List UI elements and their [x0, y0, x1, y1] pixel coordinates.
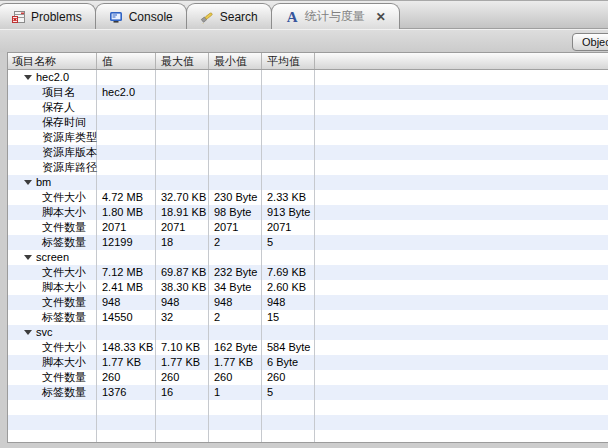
item-name-cell: 文件大小 [8, 190, 97, 205]
tab-label: Console [129, 10, 173, 24]
value-cell [209, 100, 262, 115]
empty-row [8, 415, 608, 430]
metric-row[interactable]: 文件大小7.12 MB69.87 KB232 Byte7.69 KB [8, 265, 608, 280]
filler-cell [315, 130, 608, 145]
value-cell: 1.77 KB [97, 355, 156, 370]
value-cell: 7.10 KB [156, 340, 209, 355]
group-row-screen[interactable]: screen [8, 250, 608, 265]
metric-row[interactable]: 资源库版本 [8, 145, 608, 160]
column-header-item-name[interactable]: 项目名称 [8, 53, 97, 69]
metric-row[interactable]: 文件大小148.33 KB7.10 KB162 Byte584 Byte [8, 340, 608, 355]
value-cell: 162 Byte [209, 340, 262, 355]
item-name-cell: 保存时间 [8, 115, 97, 130]
metric-row[interactable]: 脚本大小1.77 KB1.77 KB1.77 KB6 Byte [8, 355, 608, 370]
value-cell: 948 [209, 295, 262, 310]
value-cell [209, 430, 262, 443]
filler-cell [315, 385, 608, 400]
value-cell [262, 415, 315, 430]
item-name-cell: 资源库版本 [8, 145, 97, 160]
value-cell [97, 430, 156, 443]
tab-statistics-metrics[interactable]: A 统计与度量 ✕ [271, 3, 400, 29]
filler-cell [315, 235, 608, 250]
tab-search[interactable]: Search [186, 3, 272, 29]
metric-row[interactable]: 脚本大小2.41 MB38.30 KB34 Byte2.60 KB [8, 280, 608, 295]
value-cell [262, 160, 315, 175]
metric-row[interactable]: 标签数量1455032215 [8, 310, 608, 325]
value-cell [209, 130, 262, 145]
metric-row[interactable]: 资源库类型 [8, 130, 608, 145]
value-cell: 584 Byte [262, 340, 315, 355]
filler-cell [315, 310, 608, 325]
value-cell [97, 400, 156, 415]
filler-cell [315, 115, 608, 130]
filler-cell [315, 70, 608, 85]
column-header-min[interactable]: 最小值 [209, 53, 262, 69]
group-row-hec2.0[interactable]: hec2.0 [8, 70, 608, 85]
value-cell: 260 [209, 370, 262, 385]
value-cell: 12199 [97, 235, 156, 250]
value-cell: 2 [209, 235, 262, 250]
value-cell [156, 325, 209, 340]
metric-row[interactable]: 文件数量2071207120712071 [8, 220, 608, 235]
metric-row[interactable]: 脚本大小1.80 MB18.91 KB98 Byte913 Byte [8, 205, 608, 220]
filler-cell [315, 250, 608, 265]
expand-triangle-icon[interactable] [24, 180, 32, 185]
value-cell: 1.77 KB [209, 355, 262, 370]
value-cell: 260 [262, 370, 315, 385]
value-cell [262, 145, 315, 160]
value-cell [97, 325, 156, 340]
metric-row[interactable]: 文件大小4.72 MB32.70 KB230 Byte2.33 KB [8, 190, 608, 205]
item-name-cell: screen [8, 250, 97, 265]
value-cell: 948 [97, 295, 156, 310]
filler-cell [315, 85, 608, 100]
metric-row[interactable]: 标签数量13761615 [8, 385, 608, 400]
value-cell: 913 Byte [262, 205, 315, 220]
value-cell: 5 [262, 235, 315, 250]
filler-cell [315, 325, 608, 340]
tab-label: Problems [31, 10, 82, 24]
group-row-bm[interactable]: bm [8, 175, 608, 190]
group-row-svc[interactable]: svc [8, 325, 608, 340]
expand-triangle-icon[interactable] [24, 75, 32, 80]
filler-cell [315, 340, 608, 355]
column-header-max[interactable]: 最大值 [156, 53, 209, 69]
column-header-avg[interactable]: 平均值 [262, 53, 315, 69]
metric-row[interactable]: 文件数量260260260260 [8, 370, 608, 385]
tab-console[interactable]: Console [95, 3, 187, 29]
metric-row[interactable]: 保存时间 [8, 115, 608, 130]
expand-triangle-icon[interactable] [24, 255, 32, 260]
value-cell: 4.72 MB [97, 190, 156, 205]
tab-label: Search [220, 10, 258, 24]
tab-label: 统计与度量 [305, 8, 365, 25]
metric-row[interactable]: 保存人 [8, 100, 608, 115]
column-header-value[interactable]: 值 [97, 53, 156, 69]
metric-row[interactable]: 文件数量948948948948 [8, 295, 608, 310]
metric-row[interactable]: 项目名hec2.0 [8, 85, 608, 100]
metric-row[interactable]: 标签数量121991825 [8, 235, 608, 250]
value-cell [156, 175, 209, 190]
item-name-cell: 文件大小 [8, 340, 97, 355]
tab-problems[interactable]: Problems [0, 3, 96, 29]
expand-triangle-icon[interactable] [24, 330, 32, 335]
item-name-cell [8, 415, 97, 430]
value-cell: 232 Byte [209, 265, 262, 280]
value-cell [156, 160, 209, 175]
filler-cell [315, 205, 608, 220]
value-cell: 2.33 KB [262, 190, 315, 205]
value-cell [262, 85, 315, 100]
view-toolbar: Objec [0, 29, 608, 52]
value-cell: 1376 [97, 385, 156, 400]
letter-a-icon: A [285, 9, 300, 24]
item-name-cell: svc [8, 325, 97, 340]
filler-cell [315, 430, 608, 443]
object-button[interactable]: Objec [572, 33, 608, 51]
value-cell [262, 400, 315, 415]
value-cell [156, 250, 209, 265]
metric-row[interactable]: 资源库路径 [8, 160, 608, 175]
close-icon[interactable]: ✕ [376, 11, 386, 23]
value-cell [262, 250, 315, 265]
value-cell [156, 85, 209, 100]
value-cell [209, 325, 262, 340]
filler-cell [315, 280, 608, 295]
value-cell: 260 [156, 370, 209, 385]
